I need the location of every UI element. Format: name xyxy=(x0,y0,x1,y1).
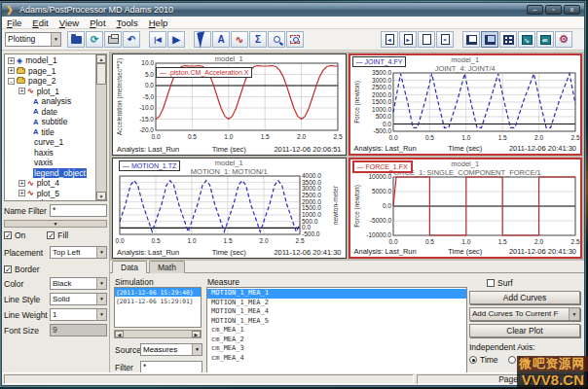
measure-item[interactable]: cm_MEA_4 xyxy=(207,354,466,364)
scroll-left-icon[interactable]: ◀ xyxy=(115,331,124,337)
text-tool-button[interactable]: A xyxy=(212,31,230,48)
data-radio[interactable] xyxy=(508,356,516,364)
plot-viewport-1[interactable]: model_10.00.51.01.52.02.510.05.00.0-5.0-… xyxy=(112,53,347,156)
animation-play-button[interactable]: ▶ xyxy=(167,31,185,48)
tree-expander-icon[interactable]: + xyxy=(18,180,25,187)
name-filter-input[interactable]: * xyxy=(50,204,107,217)
settings-gear-button[interactable]: ⚙ xyxy=(555,31,572,48)
chevron-down-icon[interactable]: ▼ xyxy=(96,247,106,258)
simulation-item[interactable]: {2011-12-06 15:29:01} xyxy=(115,297,201,305)
tree-item-haxis[interactable]: haxis xyxy=(6,148,94,159)
layout-grid-2x2-button[interactable] xyxy=(499,31,517,48)
tree-expander-icon[interactable]: + xyxy=(18,190,25,196)
color-dropdown[interactable]: Black ▼ xyxy=(50,277,107,290)
menu-help[interactable]: Help xyxy=(149,18,168,28)
measure-item[interactable]: MOTION_1_MEA_4 xyxy=(207,307,466,317)
menu-edit[interactable]: Edit xyxy=(32,18,48,28)
scroll-thumb[interactable] xyxy=(96,63,106,85)
minimize-button[interactable]: – xyxy=(527,5,543,15)
clear-plot-button[interactable]: Clear Plot xyxy=(469,324,580,337)
curve-JOINT_4.FY[interactable] xyxy=(393,74,575,128)
measure-item[interactable]: MOTION_1_MEA_1 xyxy=(207,289,466,299)
tree-item-curve_1[interactable]: curve_1 xyxy=(6,137,94,148)
tree-expander-icon[interactable]: + xyxy=(18,88,25,94)
print-button[interactable] xyxy=(104,31,122,48)
page-new-button[interactable] xyxy=(418,31,435,48)
tree-item-vaxis[interactable]: vaxis xyxy=(6,158,94,168)
tree-item-plot_4[interactable]: +∿plot_4 xyxy=(6,178,94,189)
tree-item-plot_5[interactable]: +∿plot_5 xyxy=(6,189,94,199)
open-file-button[interactable] xyxy=(67,31,85,48)
tree-item-analysis[interactable]: Aanalysis xyxy=(6,96,94,107)
animation-first-frame-button[interactable]: |◀ xyxy=(149,31,166,48)
scroll-up-icon[interactable]: ▲ xyxy=(96,54,106,63)
undo-curve-button[interactable]: ↶ xyxy=(123,31,140,48)
tree-expander-icon[interactable]: - xyxy=(8,78,15,85)
plot-legend[interactable]: — MOTION_1.TZ xyxy=(119,160,180,171)
plot-viewport-3[interactable]: model_1MOTION_1: MOTION/10.00.51.01.52.0… xyxy=(112,158,347,260)
zoom-area-button[interactable] xyxy=(286,31,304,48)
scroll-right-icon[interactable]: ▶ xyxy=(192,331,201,337)
plot-legend[interactable]: — .piston.CM_Acceleration.X xyxy=(156,67,252,78)
collapse-properties-button[interactable]: ▼ xyxy=(4,220,107,228)
page-previous-button[interactable]: ◂ xyxy=(381,31,398,48)
source-dropdown[interactable]: Measures ▼ xyxy=(140,343,202,356)
line-style-dropdown[interactable]: Solid ▼ xyxy=(50,293,107,305)
plot-legend[interactable]: — JOINT_4.FY xyxy=(352,56,407,67)
chevron-down-icon[interactable]: ▼ xyxy=(96,278,106,289)
plot-viewport-4[interactable]: model_1FORCE_1: SINGLE_COMPONENT_FORCE/1… xyxy=(349,158,583,260)
measure-item[interactable]: MOTION_1_MEA_5 xyxy=(207,317,466,327)
measure-item[interactable]: cm_MEA_3 xyxy=(207,344,466,354)
chevron-down-icon[interactable]: ▼ xyxy=(51,33,60,46)
simulation-hscrollbar[interactable]: ◀ ▶ xyxy=(114,330,202,338)
border-checkbox[interactable]: ✓ xyxy=(4,265,12,273)
tree-expander-icon[interactable]: + xyxy=(8,67,15,74)
tree-item-legend_object[interactable]: legend_object xyxy=(6,168,94,179)
add-curves-to-current-dropdown[interactable]: Add Curves To Current F ▼ xyxy=(469,307,580,321)
menu-plot[interactable]: Plot xyxy=(90,18,105,28)
mode-dropdown[interactable]: Plotting ▼ xyxy=(5,32,61,47)
plot-viewport-2[interactable]: model_1JOINT_4: JOINT/40.00.51.01.52.02.… xyxy=(349,53,583,156)
layout-export-button[interactable]: ⇚ xyxy=(536,31,554,48)
pointer-tool-button[interactable] xyxy=(194,31,211,48)
chevron-down-icon[interactable]: ▼ xyxy=(96,294,106,304)
layout-wide-button[interactable] xyxy=(481,31,498,48)
tree-item-plot_6[interactable]: +∿plot_6 xyxy=(6,198,94,201)
tab-data[interactable]: Data xyxy=(112,261,147,273)
tree-item-plot_1[interactable]: +∿plot_1 xyxy=(6,87,94,97)
surf-checkbox[interactable] xyxy=(487,279,495,287)
plot-legend[interactable]: — FORCE_1.FX xyxy=(352,160,413,173)
tab-math[interactable]: Math xyxy=(149,261,185,273)
on-checkbox[interactable]: ✓ xyxy=(4,231,12,239)
scroll-down-icon[interactable]: ▼ xyxy=(96,192,106,200)
tree-vscrollbar[interactable]: ▲▼ xyxy=(95,54,106,200)
time-radio[interactable] xyxy=(469,356,477,364)
line-weight-dropdown[interactable]: 1 ▼ xyxy=(50,308,107,321)
tree-item-subtitle[interactable]: Asubtitle xyxy=(6,117,94,127)
tree-item-model_1[interactable]: +◈model_1 xyxy=(6,55,94,66)
menu-file[interactable]: File xyxy=(7,18,21,28)
placement-dropdown[interactable]: Top Left ▼ xyxy=(50,246,107,259)
measure-item[interactable]: cm_MEA_1 xyxy=(207,326,466,336)
measure-item[interactable]: cm_MEA_2 xyxy=(207,336,466,345)
layout-import-button[interactable]: ⇘ xyxy=(518,31,535,48)
chevron-down-icon[interactable]: ▼ xyxy=(192,344,202,355)
close-button[interactable]: x xyxy=(564,5,580,15)
measure-item[interactable]: MOTION_1_MEA_2 xyxy=(207,299,466,308)
chevron-down-icon[interactable]: ▼ xyxy=(569,308,579,320)
page-next-button[interactable]: ▸ xyxy=(399,31,417,48)
zoom-select-button[interactable] xyxy=(268,31,285,48)
statistics-sigma-button[interactable]: Σ xyxy=(249,31,267,48)
tree-item-page_1[interactable]: +page_1 xyxy=(6,66,94,77)
simulation-item[interactable]: {2011-12-06 15:29:40} xyxy=(115,288,201,297)
page-delete-button[interactable]: × xyxy=(436,31,454,48)
tree-expander-icon[interactable]: + xyxy=(8,57,15,64)
menu-tools[interactable]: Tools xyxy=(117,18,138,28)
curve-edit-button[interactable]: ∿ xyxy=(231,31,248,48)
reload-button[interactable]: ⟳ xyxy=(86,31,103,48)
add-curves-button[interactable]: Add Curves xyxy=(469,291,580,304)
layout-single-button[interactable] xyxy=(462,31,480,48)
fill-checkbox[interactable]: ✓ xyxy=(47,231,55,239)
tree-item-date[interactable]: Adate xyxy=(6,107,94,118)
chevron-down-icon[interactable]: ▼ xyxy=(96,309,106,320)
